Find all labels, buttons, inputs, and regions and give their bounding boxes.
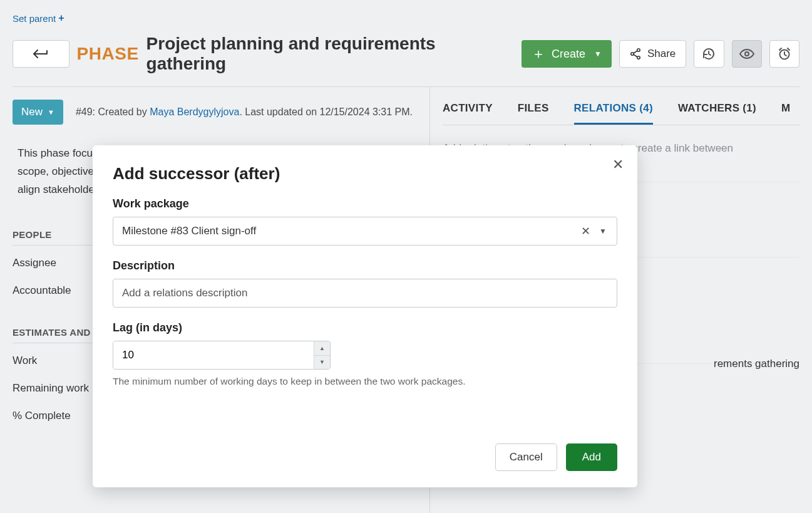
lag-input-wrapper: ▲ ▼ [113,341,331,370]
tabs: ACTIVITY FILES RELATIONS (4) WATCHERS (1… [443,93,799,125]
tab-relations[interactable]: RELATIONS (4) [574,93,653,125]
share-icon [630,48,641,60]
watch-button[interactable] [732,40,762,68]
close-icon: ✕ [612,157,624,172]
reminder-button[interactable] [769,40,799,68]
spinner-down-button[interactable]: ▼ [314,356,330,370]
tab-activity[interactable]: ACTIVITY [443,93,493,125]
work-package-combobox[interactable]: Milestone #83 Client sign-off ✕ ▼ [113,217,617,246]
lag-input[interactable] [113,341,314,369]
back-button[interactable] [13,40,69,68]
lag-hint: The minimum number of working days to ke… [113,376,617,387]
description-field-label: Description [113,259,617,272]
lag-field-label: Lag (in days) [113,321,617,334]
tab-more[interactable]: M [781,93,790,125]
work-package-field-label: Work package [113,197,617,210]
status-selector[interactable]: New ▼ [13,100,63,125]
eye-icon [739,49,754,59]
add-button[interactable]: Add [566,443,617,471]
meta-line: #49: Created by Maya Berdygylyjova. Last… [76,106,413,118]
svg-point-5 [745,52,749,56]
create-label: Create [552,48,585,61]
plus-icon: ＋ [532,44,545,63]
svg-point-1 [631,53,634,55]
add-successor-modal: ✕ Add successor (after) Work package Mil… [93,145,637,487]
description-input[interactable] [113,279,617,308]
share-button[interactable]: Share [619,40,686,68]
work-package-type: PHASE [77,44,139,64]
tab-watchers[interactable]: WATCHERS (1) [678,93,756,125]
chevron-down-icon: ▼ [594,49,602,58]
set-parent-link[interactable]: Set parent + [13,13,64,24]
clear-selection-button[interactable]: ✕ [576,222,595,241]
svg-point-2 [637,56,640,59]
svg-line-3 [634,51,637,53]
work-package-selected-value: Milestone #83 Client sign-off [122,225,576,237]
page-title[interactable]: Project planning and requirements gather… [146,34,506,74]
spinner-up-button[interactable]: ▲ [314,341,330,356]
history-icon [702,47,716,61]
number-spinner: ▲ ▼ [314,341,330,369]
chevron-down-icon[interactable]: ▼ [595,224,610,238]
share-label: Share [647,48,676,60]
activity-history-button[interactable] [694,40,724,68]
close-button[interactable]: ✕ [612,157,624,173]
svg-point-0 [637,49,640,51]
back-arrow-icon [33,49,48,58]
status-label: New [21,106,43,118]
create-button[interactable]: ＋ Create ▼ [522,40,612,68]
author-link[interactable]: Maya Berdygylyjova [150,106,239,117]
tab-files[interactable]: FILES [518,93,549,125]
modal-title: Add successor (after) [113,164,617,184]
remaining-work-label: Remaining work [13,382,94,395]
chevron-down-icon: ▼ [48,108,54,116]
svg-line-4 [634,54,637,57]
alarm-clock-icon [778,47,791,61]
header-row: PHASE Project planning and requirements … [13,34,799,74]
cancel-button[interactable]: Cancel [495,443,557,471]
plus-icon: + [58,13,64,24]
set-parent-label: Set parent [13,13,56,24]
